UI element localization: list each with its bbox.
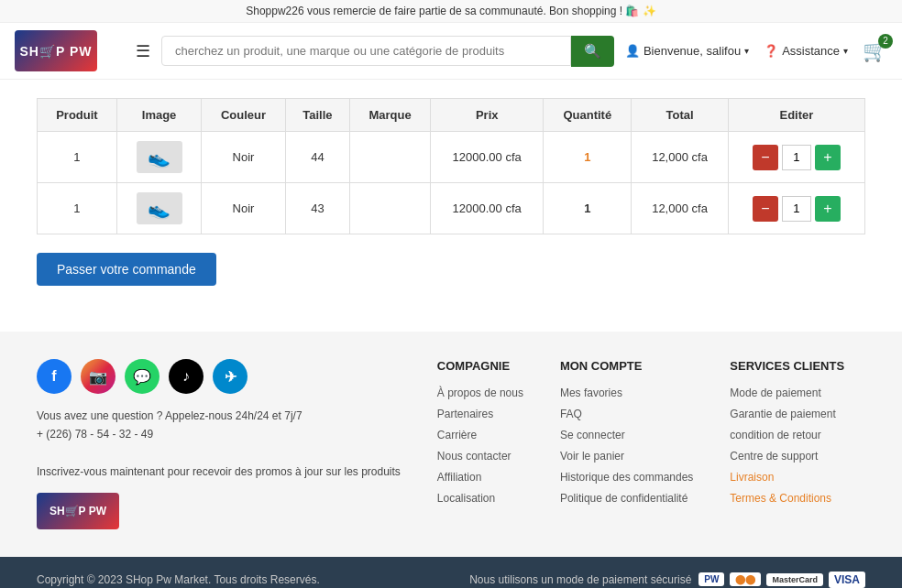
footer-link[interactable]: Affiliation — [437, 471, 481, 484]
footer-link[interactable]: Historique des commandes — [560, 471, 693, 484]
whatsapp-icon[interactable]: 💬 — [125, 359, 160, 394]
copyright-text: Copyright © 2023 SHop Pw Market. Tous dr… — [37, 573, 320, 586]
footer-link[interactable]: Mes favories — [560, 387, 622, 399]
cell-num: 1 — [38, 132, 117, 183]
col-marque: Marque — [350, 99, 431, 132]
cell-image: 👟 — [116, 183, 201, 234]
list-item: condition de retour — [730, 428, 844, 441]
col-couleur: Couleur — [202, 99, 285, 132]
decrease-qty-button[interactable]: − — [753, 145, 778, 170]
list-item: Affiliation — [437, 470, 523, 484]
increase-qty-button[interactable]: + — [815, 196, 841, 222]
help-icon: ❓ — [764, 44, 778, 58]
instagram-icon[interactable]: 📷 — [81, 359, 116, 394]
footer-logo: SH🛒P PW — [37, 493, 119, 529]
promo-text: Inscrivez-vous maintenant pour recevoir … — [37, 463, 401, 481]
assistance-menu[interactable]: ❓ Assistance ▾ — [764, 44, 848, 58]
footer-col-services: SERVICES CLIENTS Mode de paiementGaranti… — [730, 359, 844, 529]
footer-link[interactable]: À propos de nous — [437, 387, 523, 399]
order-button[interactable]: Passer votre commande — [37, 253, 216, 286]
footer-link[interactable]: Centre de support — [730, 450, 818, 463]
cell-taille: 44 — [285, 132, 350, 183]
footer-col-mon-compte: MON COMPTE Mes favoriesFAQSe connecterVo… — [560, 359, 693, 529]
payment-badge-mastercard: MasterCard — [766, 573, 823, 586]
search-input[interactable] — [161, 36, 571, 66]
footer-social: f 📷 💬 ♪ ✈ Vous avez une question ? Appel… — [37, 359, 401, 529]
announcement-text: Shoppw226 vous remercie de faire partie … — [246, 5, 656, 17]
footer-link[interactable]: Termes & Conditions — [730, 492, 831, 505]
telegram-icon[interactable]: ✈ — [213, 359, 248, 394]
col-total: Total — [632, 99, 729, 132]
list-item: Politique de confidentialité — [560, 491, 693, 505]
list-item: Centre de support — [730, 449, 844, 463]
cart-button[interactable]: 🛒 2 — [863, 39, 887, 63]
main-content: Produit Image Couleur Taille Marque Prix… — [0, 80, 902, 332]
col-produit: Produit — [38, 99, 117, 132]
list-item: Nous contacter — [437, 449, 523, 463]
qty-input[interactable] — [782, 196, 811, 222]
payment-text: Nous utilisons un mode de paiement sécur… — [469, 573, 691, 586]
payment-badge-visa: VISA — [829, 572, 865, 588]
list-item: FAQ — [560, 407, 693, 420]
footer-link[interactable]: condition de retour — [730, 429, 820, 441]
tiktok-icon[interactable]: ♪ — [169, 359, 204, 394]
cell-edit: − + — [728, 132, 864, 183]
footer-link[interactable]: Carrière — [437, 429, 477, 441]
cell-quantite: 1 — [544, 132, 632, 183]
announcement-bar: Shoppw226 vous remercie de faire partie … — [0, 0, 902, 23]
list-item: Mes favories — [560, 386, 693, 399]
mon-compte-title: MON COMPTE — [560, 359, 693, 373]
footer-link[interactable]: Mode de paiement — [730, 387, 820, 399]
edit-controls: − + — [740, 145, 853, 170]
footer-link[interactable]: Nous contacter — [437, 450, 512, 463]
chevron-down-icon: ▾ — [744, 46, 749, 56]
footer-link[interactable]: Partenaires — [437, 408, 493, 420]
list-item: Garantie de paiement — [730, 407, 844, 420]
decrease-qty-button[interactable]: − — [753, 196, 778, 222]
footer-top: f 📷 💬 ♪ ✈ Vous avez une question ? Appel… — [0, 332, 902, 557]
cell-quantite: 1 — [544, 183, 632, 234]
list-item: À propos de nous — [437, 386, 523, 399]
footer-link[interactable]: Politique de confidentialité — [560, 492, 688, 505]
list-item: Historique des commandes — [560, 470, 693, 484]
list-item: Termes & Conditions — [730, 491, 844, 505]
cell-couleur: Noir — [202, 183, 285, 234]
footer-link[interactable]: Localisation — [437, 492, 495, 505]
facebook-icon[interactable]: f — [37, 359, 72, 394]
col-quantite: Quantité — [544, 99, 632, 132]
footer-link[interactable]: Se connecter — [560, 429, 625, 441]
cell-marque — [350, 132, 431, 183]
hamburger-button[interactable]: ☰ — [136, 41, 150, 61]
footer-link[interactable]: Garantie de paiement — [730, 408, 835, 420]
col-taille: Taille — [285, 99, 350, 132]
footer-link[interactable]: Voir le panier — [560, 450, 624, 463]
cell-num: 1 — [38, 183, 117, 234]
col-prix: Prix — [430, 99, 543, 132]
list-item: Carrière — [437, 428, 523, 441]
cell-couleur: Noir — [202, 132, 285, 183]
qty-input[interactable] — [782, 145, 811, 170]
footer-link[interactable]: FAQ — [560, 408, 582, 420]
user-menu[interactable]: 👤 Bienvenue, salifou ▾ — [625, 44, 749, 58]
search-area: 🔍 — [161, 36, 614, 67]
payment-section: Nous utilisons un mode de paiement sécur… — [469, 572, 865, 588]
logo[interactable]: SH🛒P PW — [15, 30, 97, 71]
assistance-label: Assistance — [782, 44, 840, 58]
cell-edit: − + — [728, 183, 864, 234]
payment-badge-pw: PW — [698, 572, 724, 586]
logo-area: SH🛒P PW — [15, 30, 125, 71]
col-editer: Editer — [728, 99, 864, 132]
cart-table: Produit Image Couleur Taille Marque Prix… — [37, 98, 865, 234]
social-icons: f 📷 💬 ♪ ✈ — [37, 359, 401, 394]
list-item: Partenaires — [437, 407, 523, 420]
user-label: Bienvenue, salifou — [644, 44, 741, 58]
payment-badges: PW ⬤⬤ MasterCard VISA — [698, 572, 865, 588]
cell-prix: 12000.00 cfa — [430, 132, 543, 183]
footer-link[interactable]: Livraison — [730, 471, 774, 484]
list-item: Localisation — [437, 491, 523, 505]
search-button[interactable]: 🔍 — [571, 36, 614, 67]
contact-phone: + (226) 78 - 54 - 32 - 49 — [37, 425, 401, 443]
cell-prix: 12000.00 cfa — [430, 183, 543, 234]
chevron-down-icon: ▾ — [843, 46, 848, 56]
increase-qty-button[interactable]: + — [815, 145, 841, 170]
